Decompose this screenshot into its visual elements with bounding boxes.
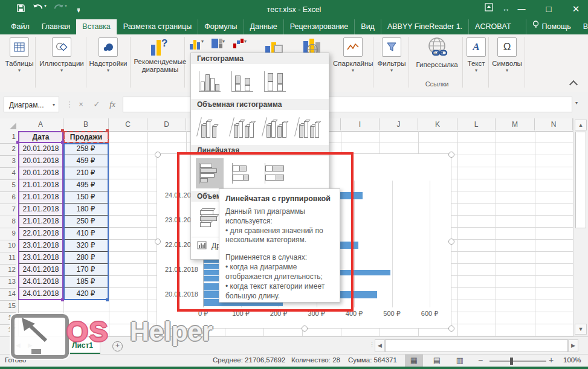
row-header-3[interactable]: 3 xyxy=(0,155,16,168)
maximize-button[interactable]: □ xyxy=(538,0,559,19)
cell-B4[interactable]: 210 ₽ xyxy=(63,167,109,179)
row-header-11[interactable]: 11 xyxy=(0,252,16,265)
cell-A6[interactable]: 21.01.2018 xyxy=(18,191,63,204)
tab-вставка[interactable]: Вставка xyxy=(76,19,116,34)
cancel-entry-icon[interactable]: × xyxy=(74,97,88,112)
formula-bar-expand-icon[interactable]: ▾ xyxy=(575,100,578,106)
cell-A3[interactable]: 20.01.2018 xyxy=(18,155,63,167)
hscroll-left-icon[interactable]: ◀ xyxy=(375,339,385,352)
row-header-7[interactable]: 7 xyxy=(0,204,16,216)
name-box[interactable]: Диаграм... ▾ xyxy=(4,97,59,112)
zoom-out-button[interactable]: − xyxy=(478,355,483,365)
cell-A1[interactable]: Дата xyxy=(18,131,63,143)
cell-A11[interactable]: 23.01.2018 xyxy=(18,252,63,264)
symbols-button[interactable]: Ω Символы ▾ xyxy=(491,37,523,73)
chart-selection-handle[interactable] xyxy=(448,239,454,245)
cell-A8[interactable]: 21.01.2018 xyxy=(18,216,63,228)
row-header-15[interactable]: 15 xyxy=(0,300,16,313)
column-header-J[interactable]: J xyxy=(380,118,418,130)
chart-selection-handle[interactable] xyxy=(448,152,454,158)
chart-selection-handle[interactable] xyxy=(155,239,161,245)
confirm-entry-icon[interactable]: ✓ xyxy=(89,97,104,112)
addins-button[interactable]: Надстройки ▾ xyxy=(87,37,129,73)
row-header-1[interactable]: 1 xyxy=(0,131,16,144)
tab-файл[interactable]: Файл xyxy=(5,19,36,34)
cell-B5[interactable]: 495 ₽ xyxy=(63,179,109,191)
tab-acrobat[interactable]: ACROBAT xyxy=(468,19,517,34)
close-button[interactable]: ✕ xyxy=(566,0,586,19)
minimize-button[interactable]: — xyxy=(511,0,532,19)
sparklines-button[interactable]: Спарклайны ▾ xyxy=(333,37,373,73)
vscroll-thumb[interactable] xyxy=(575,132,586,228)
recommended-charts-button[interactable]: ? Рекомендуемые диаграммы xyxy=(129,37,191,74)
hscroll-thumb[interactable] xyxy=(385,339,568,352)
cell-B13[interactable]: 185 ₽ xyxy=(63,276,109,288)
tables-button[interactable]: Таблицы ▾ xyxy=(4,37,35,73)
row-header-2[interactable]: 2 xyxy=(0,143,16,156)
chart-selection-handle[interactable] xyxy=(155,152,161,158)
insert-function-button[interactable]: fx xyxy=(105,97,120,112)
cell-B7[interactable]: 180 ₽ xyxy=(63,204,109,216)
cell-B12[interactable]: 170 ₽ xyxy=(63,264,109,276)
column-header-I[interactable]: I xyxy=(341,118,380,130)
charttype-col-clustered-icon[interactable] xyxy=(196,66,224,97)
row-header-6[interactable]: 6 xyxy=(0,191,16,204)
cell-A10[interactable]: 23.01.2018 xyxy=(18,240,63,252)
cell-B3[interactable]: 459 ₽ xyxy=(63,155,109,167)
row-header-14[interactable]: 14 xyxy=(0,288,16,301)
column-header-M[interactable]: M xyxy=(496,118,535,130)
column-header-N[interactable]: N xyxy=(535,118,573,130)
cell-B10[interactable]: 320 ₽ xyxy=(63,240,109,252)
cell-B2[interactable]: 258 ₽ xyxy=(63,143,109,155)
row-header-13[interactable]: 13 xyxy=(0,276,16,289)
hyperlink-button[interactable]: Гиперссылка xyxy=(411,36,463,69)
column-header-L[interactable]: L xyxy=(457,118,496,130)
tab-помощь[interactable]: Помощь xyxy=(526,19,577,34)
row-header-5[interactable]: 5 xyxy=(0,179,16,192)
row-header-12[interactable]: 12 xyxy=(0,264,16,277)
cell-B8[interactable]: 250 ₽ xyxy=(63,216,109,228)
tab-данные[interactable]: Данные xyxy=(244,19,283,34)
chart-selection-handle[interactable] xyxy=(448,326,454,332)
zoom-in-button[interactable]: + xyxy=(549,355,554,365)
cell-B14[interactable]: 420 ₽ xyxy=(63,288,109,300)
view-page-break-button[interactable]: ▥ xyxy=(451,355,469,367)
illustrations-button[interactable]: Иллюстрации ▾ xyxy=(39,37,85,73)
cell-A14[interactable]: 24.01.2018 xyxy=(18,288,63,300)
tab-вид[interactable]: Вид xyxy=(354,19,381,34)
tab-разметка-страницы[interactable]: Разметка страницы xyxy=(117,19,198,34)
cell-A7[interactable]: 21.01.2018 xyxy=(18,204,63,216)
insert-hierarchy-chart-button[interactable]: ▾ xyxy=(212,39,232,52)
add-sheet-button[interactable]: + xyxy=(112,341,123,351)
scroll-up-icon[interactable]: ▲ xyxy=(575,120,587,130)
charttype-bar-clustered-icon[interactable] xyxy=(196,158,224,188)
charttype-bar-stacked100-icon[interactable] xyxy=(261,158,289,188)
zoom-slider-track[interactable] xyxy=(489,361,546,362)
tab-вход[interactable]: Вход xyxy=(577,19,588,34)
cell-A12[interactable]: 24.01.2018 xyxy=(18,264,63,276)
row-header-9[interactable]: 9 xyxy=(0,228,16,240)
charttype-bar-stacked-icon[interactable] xyxy=(228,158,256,188)
tab-abbyy-finereader-1-[interactable]: ABBYY FineReader 1. xyxy=(381,19,468,34)
row-header-8[interactable]: 8 xyxy=(0,216,16,228)
tab-формулы[interactable]: Формулы xyxy=(198,19,243,34)
charttype-col3d-full-icon[interactable] xyxy=(294,112,321,143)
charttype-col3d-stacked-icon[interactable] xyxy=(228,112,256,143)
view-normal-button[interactable]: ▦ xyxy=(405,355,423,367)
column-header-B[interactable]: B xyxy=(63,118,109,130)
text-button[interactable]: A Текст ▾ xyxy=(465,37,488,73)
cell-A4[interactable]: 20.01.2018 xyxy=(18,167,63,179)
row-header-10[interactable]: 10 xyxy=(0,240,16,252)
cell-B1[interactable]: Продажи xyxy=(63,131,109,143)
collapse-ribbon-button[interactable] xyxy=(569,80,578,89)
column-header-C[interactable]: C xyxy=(109,118,147,130)
insert-column-chart-button[interactable]: ▾ xyxy=(189,39,210,52)
column-header-A[interactable]: A xyxy=(18,118,63,130)
view-page-layout-button[interactable]: ▤ xyxy=(428,355,446,367)
cell-A9[interactable]: 22.01.2018 xyxy=(18,228,63,240)
tab-главная[interactable]: Главная xyxy=(36,19,77,34)
tab-рецензирование[interactable]: Рецензирование xyxy=(283,19,355,34)
cell-A13[interactable]: 24.01.2018 xyxy=(18,276,63,288)
cell-A5[interactable]: 21.01.2018 xyxy=(18,179,63,191)
cell-B9[interactable]: 410 ₽ xyxy=(63,228,109,240)
